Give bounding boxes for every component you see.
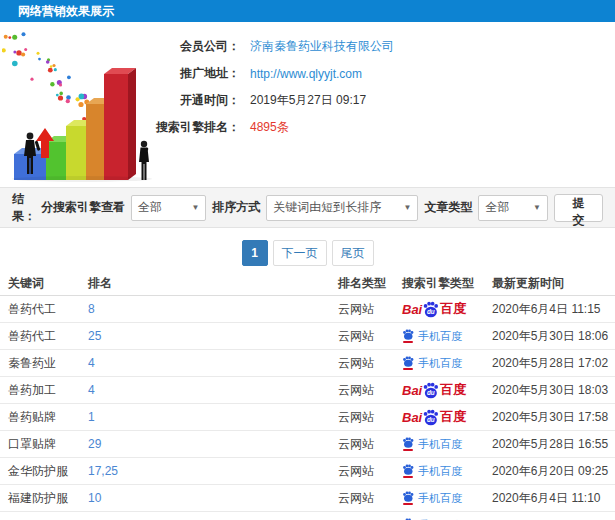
open-time-label: 开通时间： xyxy=(148,92,240,109)
keyword-cell: 福建防护服 xyxy=(8,490,88,507)
updated-time-cell: 2020年6月4日 11:15 xyxy=(492,301,615,318)
open-time-value: 2019年5月27日 09:17 xyxy=(250,92,366,109)
article-type-label: 文章类型 xyxy=(424,199,472,216)
rank-count-value: 4895条 xyxy=(250,119,289,136)
thinking-man-figure xyxy=(139,141,149,180)
keyword-cell: 兽药加工 xyxy=(8,382,88,399)
baidu-paw-icon: du xyxy=(422,301,439,318)
rank-type-cell: 云网站 xyxy=(338,490,402,507)
rank-type-cell: 云网站 xyxy=(338,355,402,372)
chevron-down-icon: ▼ xyxy=(533,203,541,212)
bar-red xyxy=(104,68,136,180)
updated-time-cell: 2020年6月20日 09:25 xyxy=(492,463,615,480)
rank-link[interactable]: 29 xyxy=(88,437,338,451)
member-info: 会员公司： 济南秦鲁药业科技有限公司 推广地址： http://www.qlyy… xyxy=(148,33,608,141)
baidu-mobile-logo-icon: 手机百度 xyxy=(402,356,462,371)
page: 网络营销效果展示 xyxy=(0,0,615,520)
baidu-mobile-logo-icon: 手机百度 xyxy=(402,437,462,452)
header-updated: 最新更新时间 xyxy=(492,275,615,292)
keyword-cell: 金华防护服 xyxy=(8,463,88,480)
keyword-cell: 兽药代工 xyxy=(8,328,88,345)
engine-type-cell: 手机百度 xyxy=(402,329,492,344)
table-row: 兽药代工 25 云网站 手机百度 2020年5月30日 18:06 xyxy=(0,323,615,350)
pagination: 1 下一页 尾页 xyxy=(0,240,615,266)
header-rank-type: 排名类型 xyxy=(338,275,402,292)
table-row: 兽药加工 4 云网站 Bai du 百度 2020年5月30日 18:03 xyxy=(0,377,615,404)
last-page-button[interactable]: 尾页 xyxy=(332,240,374,266)
rank-type-cell: 云网站 xyxy=(338,409,402,426)
table-row: 手机百度 xyxy=(0,512,615,520)
engine-type-cell: 手机百度 xyxy=(402,464,492,479)
promo-url-label: 推广地址： xyxy=(148,65,240,82)
company-label: 会员公司： xyxy=(148,38,240,55)
filter-controls: 分搜索引擎查看 全部 ▼ 排序方式 关键词由短到长排序 ▼ 文章类型 全部 ▼ … xyxy=(41,194,603,222)
engine-type-cell: Bai du 百度 xyxy=(402,408,492,426)
svg-text:du: du xyxy=(427,389,435,396)
page-title: 网络营销效果展示 xyxy=(0,0,615,22)
baidu-mobile-logo-icon: 手机百度 xyxy=(402,329,462,344)
engine-type-cell: 手机百度 xyxy=(402,491,492,506)
baidu-pc-logo-icon: Bai du 百度 xyxy=(402,381,466,399)
next-page-button[interactable]: 下一页 xyxy=(273,240,327,266)
table-row: 兽药贴牌 1 云网站 Bai du 百度 2020年5月30日 17:58 xyxy=(0,404,615,431)
baidu-pc-logo-icon: Bai du 百度 xyxy=(402,408,466,426)
article-type-select[interactable]: 全部 ▼ xyxy=(478,195,548,221)
rank-type-cell: 云网站 xyxy=(338,328,402,345)
updated-time-cell: 2020年5月30日 18:03 xyxy=(492,382,615,399)
baidu-paw-icon xyxy=(402,356,414,370)
engine-view-label: 分搜索引擎查看 xyxy=(41,199,125,216)
company-link[interactable]: 济南秦鲁药业科技有限公司 xyxy=(250,38,394,55)
rank-link[interactable]: 4 xyxy=(88,383,338,397)
baidu-paw-icon: du xyxy=(422,382,439,399)
engine-type-cell: Bai du 百度 xyxy=(402,381,492,399)
keyword-cell: 口罩贴牌 xyxy=(8,436,88,453)
baidu-paw-icon xyxy=(402,491,414,505)
keyword-cell: 秦鲁药业 xyxy=(8,355,88,372)
updated-time-cell: 2020年5月28日 16:55 xyxy=(492,436,615,453)
rank-type-cell: 云网站 xyxy=(338,463,402,480)
header-engine-type: 搜索引擎类型 xyxy=(402,275,492,292)
rank-type-cell: 云网站 xyxy=(338,382,402,399)
table-row: 福建防护服 10 云网站 手机百度 2020年6月4日 11:10 xyxy=(0,485,615,512)
baidu-paw-icon: du xyxy=(422,409,439,426)
sort-label: 排序方式 xyxy=(212,199,260,216)
chevron-down-icon: ▼ xyxy=(191,203,199,212)
baidu-paw-icon xyxy=(402,464,414,478)
results-table: 关键词 排名 排名类型 搜索引擎类型 最新更新时间 兽药代工 8 云网站 Bai… xyxy=(0,271,615,520)
rank-link[interactable]: 1 xyxy=(88,410,338,424)
updated-time-cell: 2020年6月4日 11:10 xyxy=(492,490,615,507)
rank-link[interactable]: 8 xyxy=(88,302,338,316)
ground-shadow xyxy=(12,176,152,182)
sort-selected: 关键词由短到长排序 xyxy=(273,199,381,216)
info-row-rank-count: 搜索引擎排名： 4895条 xyxy=(148,114,608,141)
rank-link[interactable]: 10 xyxy=(88,491,338,505)
header-keyword: 关键词 xyxy=(8,275,88,292)
updated-time-cell: 2020年5月30日 18:06 xyxy=(492,328,615,345)
baidu-paw-icon xyxy=(402,329,414,343)
table-body: 兽药代工 8 云网站 Bai du 百度 2020年6月4日 11:15 兽药代… xyxy=(0,296,615,520)
baidu-pc-logo-icon: Bai du 百度 xyxy=(402,300,466,318)
table-row: 秦鲁药业 4 云网站 手机百度 2020年5月28日 17:02 xyxy=(0,350,615,377)
submit-button[interactable]: 提交 xyxy=(554,194,603,222)
engine-type-cell: 手机百度 xyxy=(402,437,492,452)
engine-view-select[interactable]: 全部 ▼ xyxy=(131,195,206,221)
rank-link[interactable]: 25 xyxy=(88,329,338,343)
table-row: 金华防护服 17,25 云网站 手机百度 2020年6月20日 09:25 xyxy=(0,458,615,485)
rank-link[interactable]: 4 xyxy=(88,356,338,370)
article-type-selected: 全部 xyxy=(485,199,509,216)
info-row-url: 推广地址： http://www.qlyyjt.com xyxy=(148,60,608,87)
promo-url-link[interactable]: http://www.qlyyjt.com xyxy=(250,67,362,81)
rank-link[interactable]: 17,25 xyxy=(88,464,338,478)
rank-type-cell: 云网站 xyxy=(338,301,402,318)
svg-text:du: du xyxy=(427,416,435,423)
page-button-current[interactable]: 1 xyxy=(242,240,268,266)
baidu-mobile-logo-icon: 手机百度 xyxy=(402,491,462,506)
info-row-company: 会员公司： 济南秦鲁药业科技有限公司 xyxy=(148,33,608,60)
engine-type-cell: Bai du 百度 xyxy=(402,300,492,318)
sort-select[interactable]: 关键词由短到长排序 ▼ xyxy=(266,195,418,221)
header-rank: 排名 xyxy=(88,275,338,292)
keyword-cell: 兽药代工 xyxy=(8,301,88,318)
confetti-dots xyxy=(2,32,89,121)
info-row-open-time: 开通时间： 2019年5月27日 09:17 xyxy=(148,87,608,114)
updated-time-cell: 2020年5月28日 17:02 xyxy=(492,355,615,372)
